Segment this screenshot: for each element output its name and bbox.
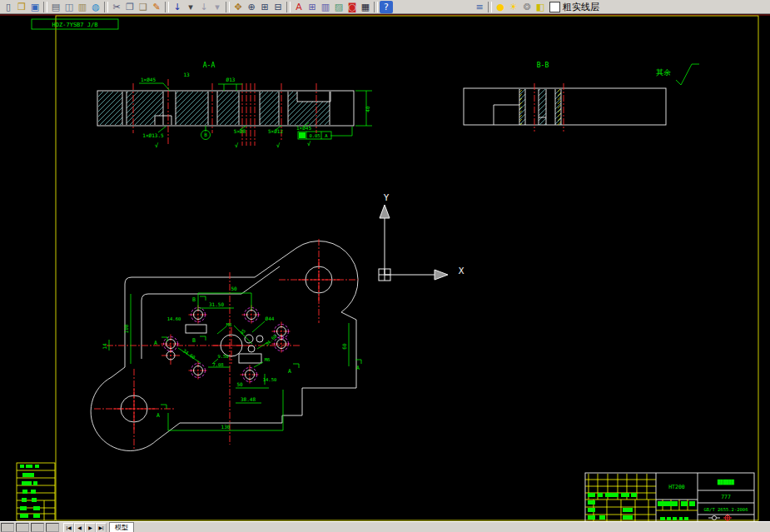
- text-block: [22, 498, 27, 502]
- annotation-text: √: [307, 141, 311, 147]
- annotation-text: 0.05: [309, 133, 320, 138]
- annotation-text: √: [276, 142, 281, 149]
- toolbar-separator: [286, 2, 291, 12]
- new-file-icon[interactable]: ▯: [2, 1, 15, 13]
- text-block: [623, 515, 633, 520]
- layer-lock-icon[interactable]: ❂: [520, 1, 534, 13]
- toolbar-separator: [165, 2, 169, 12]
- annotation-text: Y: [384, 192, 390, 203]
- save-icon[interactable]: ▣: [28, 1, 42, 13]
- text-block: [20, 514, 28, 518]
- layer-new-icon[interactable]: ◧: [534, 1, 547, 13]
- help-icon[interactable]: ?: [380, 1, 393, 13]
- print-icon[interactable]: ▤: [49, 1, 62, 13]
- text-block: [588, 508, 595, 512]
- annotation-text: A-A: [203, 62, 216, 69]
- table-style-icon[interactable]: ▥: [319, 1, 332, 13]
- annotation-text: 34.60: [182, 348, 196, 360]
- publish-web-icon[interactable]: ◍: [89, 1, 102, 13]
- text-style-icon[interactable]: A: [292, 1, 306, 13]
- redo-dropdown-icon[interactable]: ▾: [211, 1, 224, 13]
- text-block: [660, 517, 665, 520]
- undo-dropdown-icon[interactable]: ▾: [184, 1, 197, 13]
- toolbar-separator: [226, 2, 230, 12]
- dimension-line: [163, 83, 170, 91]
- status-toggle[interactable]: [31, 523, 44, 532]
- text-block: [673, 517, 677, 520]
- tab-nav-button[interactable]: ▶|: [96, 523, 107, 532]
- cut-icon[interactable]: ✂: [110, 1, 123, 13]
- text-block: [658, 501, 678, 506]
- annotation-text: A: [356, 365, 360, 371]
- toolbar-spacer: [393, 7, 473, 7]
- annotation-text: 13: [183, 72, 190, 77]
- layers-icon[interactable]: ≡: [473, 1, 486, 13]
- toolbar-separator: [374, 2, 378, 12]
- annotation-text: 108: [123, 324, 129, 333]
- annotation-text: B: [204, 132, 207, 137]
- text-block: [599, 515, 605, 520]
- annotation-text: 45: [239, 328, 246, 336]
- annotation-text: 14: [102, 343, 107, 350]
- pan-icon[interactable]: ✥: [231, 1, 245, 13]
- redo-icon[interactable]: ↓: [197, 1, 211, 13]
- annotation-text: 5×Ø12: [268, 128, 283, 134]
- open-file-icon[interactable]: ❒: [15, 1, 28, 13]
- copy-icon[interactable]: ❐: [123, 1, 137, 13]
- layer-thaw-sun-icon[interactable]: ☀: [507, 1, 520, 13]
- tab-nav-button[interactable]: ◀: [74, 523, 85, 532]
- ole-object-icon[interactable]: ◙: [345, 1, 359, 13]
- text-block: [598, 493, 603, 497]
- text-block: [684, 517, 688, 520]
- text-block: [20, 506, 27, 510]
- annotation-text: HT200: [668, 484, 685, 490]
- status-toggle[interactable]: [1, 523, 14, 532]
- annotation-text: 50: [236, 381, 243, 387]
- layer-color-swatch[interactable]: [549, 2, 560, 12]
- table-grid-icon[interactable]: ▦: [359, 1, 372, 13]
- undo-icon[interactable]: ↓: [171, 1, 184, 13]
- toolbar-separator: [488, 2, 492, 12]
- tab-nav-button[interactable]: ▶: [85, 523, 96, 532]
- paste-icon[interactable]: ❑: [137, 1, 150, 13]
- annotation-text: 5×Ø8: [234, 128, 246, 134]
- annotation-text: Ø13: [226, 77, 236, 82]
- annotation-text: Ø44: [266, 316, 275, 321]
- annotation-text: B-B: [537, 62, 549, 69]
- tab-nav-button[interactable]: |◀: [63, 523, 74, 532]
- annotation-text: 其余: [656, 68, 671, 77]
- dimension-line: [158, 127, 166, 132]
- dim-style-icon[interactable]: ⊞: [306, 1, 319, 13]
- drawing-canvas[interactable]: HDZ-7YSB7 J/BA-AB-B其余1×Ø4513Ø13401×Ø13.5…: [0, 14, 770, 522]
- plot-stamp-icon[interactable]: ▥: [76, 1, 89, 13]
- zoom-previous-icon[interactable]: ⊟: [271, 1, 285, 13]
- layer-on-bulb-icon[interactable]: ●: [494, 1, 507, 13]
- text-block: [667, 517, 671, 520]
- tab-model[interactable]: 模型: [109, 522, 134, 532]
- annotation-text: 1×Ø45: [141, 77, 156, 82]
- text-block: [588, 500, 595, 505]
- zoom-realtime-icon[interactable]: ⊕: [245, 1, 258, 13]
- annotation-text: √: [235, 142, 239, 149]
- text-block: [631, 493, 637, 497]
- text-block: [22, 473, 34, 477]
- annotation-text: 9.50: [217, 354, 228, 359]
- annotation-text: A: [288, 368, 291, 375]
- section-view-a-a: [97, 91, 354, 140]
- zoom-window-icon[interactable]: ⊞: [258, 1, 271, 13]
- annotation-text: A: [325, 133, 328, 138]
- text-block: [605, 493, 618, 497]
- text-block: [679, 517, 683, 520]
- annotation-text: 7.08: [212, 362, 223, 367]
- status-toggle[interactable]: [46, 523, 59, 532]
- annotation-text: X: [459, 266, 464, 276]
- sheet-border: [56, 16, 758, 520]
- annotation-text: A: [154, 340, 157, 346]
- text-block: [689, 501, 695, 506]
- annotation-text: 31.50: [209, 301, 224, 307]
- status-toggle[interactable]: [16, 523, 29, 532]
- print-preview-icon[interactable]: ◫: [62, 1, 76, 13]
- annotation-text: A: [156, 412, 160, 419]
- format-painter-icon[interactable]: ✎: [150, 1, 163, 13]
- image-attach-icon[interactable]: ▨: [332, 1, 345, 13]
